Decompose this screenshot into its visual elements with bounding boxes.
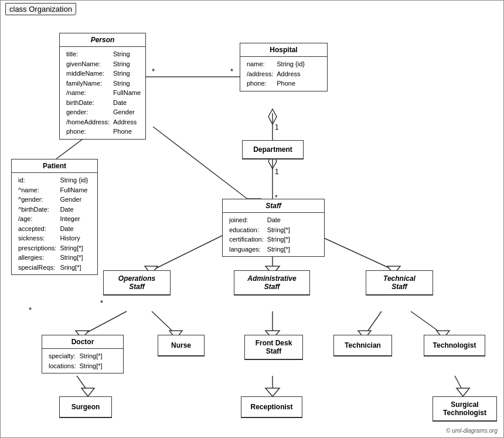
diagram-container: class Organization * * 1 — [0, 0, 504, 438]
receptionist-class: Receptionist — [241, 396, 302, 418]
receptionist-title: Receptionist — [241, 397, 302, 417]
hospital-title: Hospital — [240, 43, 327, 57]
staff-title: Staff — [223, 199, 324, 213]
svg-text:*: * — [100, 298, 103, 307]
surgeon-class: Surgeon — [59, 396, 112, 418]
department-class: Department — [242, 140, 304, 159]
svg-marker-34 — [457, 388, 469, 396]
patient-class: Patient id:String {id} ^name:FullName ^g… — [11, 159, 98, 275]
doctor-title: Doctor — [42, 335, 123, 349]
hospital-attrs: name:String {id} /address:Address phone:… — [240, 57, 327, 91]
svg-text:1: 1 — [275, 168, 279, 176]
svg-line-27 — [411, 311, 444, 335]
svg-line-13 — [152, 232, 229, 270]
patient-title: Patient — [12, 159, 97, 173]
copyright: © uml-diagrams.org — [446, 427, 498, 434]
surgical-technologist-title: SurgicalTechnologist — [433, 397, 496, 421]
svg-text:1: 1 — [275, 123, 279, 131]
svg-line-25 — [365, 311, 382, 335]
technician-title: Technician — [334, 335, 391, 356]
person-title: Person — [60, 33, 145, 47]
diagram-title: class Organization — [5, 3, 76, 15]
staff-class: Staff joined:Date education:String[*] ce… — [222, 199, 325, 257]
person-attrs: title:String givenName:String middleName… — [60, 47, 145, 139]
svg-text:*: * — [152, 67, 155, 76]
svg-line-33 — [455, 376, 464, 392]
svg-line-29 — [77, 376, 88, 392]
doctor-attrs: specialty:String[*] locations:String[*] — [42, 349, 123, 373]
surgeon-title: Surgeon — [60, 397, 111, 417]
front-desk-staff-title: Front DeskStaff — [245, 335, 302, 359]
surgical-technologist-class: SurgicalTechnologist — [433, 396, 497, 422]
svg-line-21 — [152, 311, 176, 335]
technical-staff-class: TechnicalStaff — [366, 270, 433, 296]
nurse-class: Nurse — [158, 335, 205, 356]
staff-attrs: joined:Date education:String[*] certific… — [223, 213, 324, 256]
nurse-title: Nurse — [158, 335, 204, 356]
operations-staff-title: OperationsStaff — [104, 271, 170, 295]
technical-staff-title: TechnicalStaff — [366, 271, 433, 295]
technologist-title: Technologist — [424, 335, 485, 356]
operations-staff-class: OperationsStaff — [103, 270, 171, 296]
person-class: Person title:String givenName:String mid… — [59, 33, 146, 140]
department-title: Department — [243, 141, 303, 159]
patient-attrs: id:String {id} ^name:FullName ^gender:Ge… — [12, 173, 97, 274]
technologist-class: Technologist — [424, 335, 485, 356]
technician-class: Technician — [333, 335, 392, 356]
svg-text:*: * — [230, 67, 233, 76]
svg-marker-32 — [265, 388, 280, 396]
administrative-staff-title: AdministrativeStaff — [234, 271, 309, 295]
svg-marker-30 — [81, 388, 94, 396]
svg-line-11 — [153, 127, 253, 203]
hospital-class: Hospital name:String {id} /address:Addre… — [240, 43, 328, 91]
svg-line-19 — [83, 311, 127, 335]
front-desk-staff-class: Front DeskStaff — [244, 335, 303, 360]
doctor-class: Doctor specialty:String[*] locations:Str… — [42, 335, 124, 374]
svg-text:*: * — [29, 305, 32, 314]
administrative-staff-class: AdministrativeStaff — [234, 270, 310, 296]
